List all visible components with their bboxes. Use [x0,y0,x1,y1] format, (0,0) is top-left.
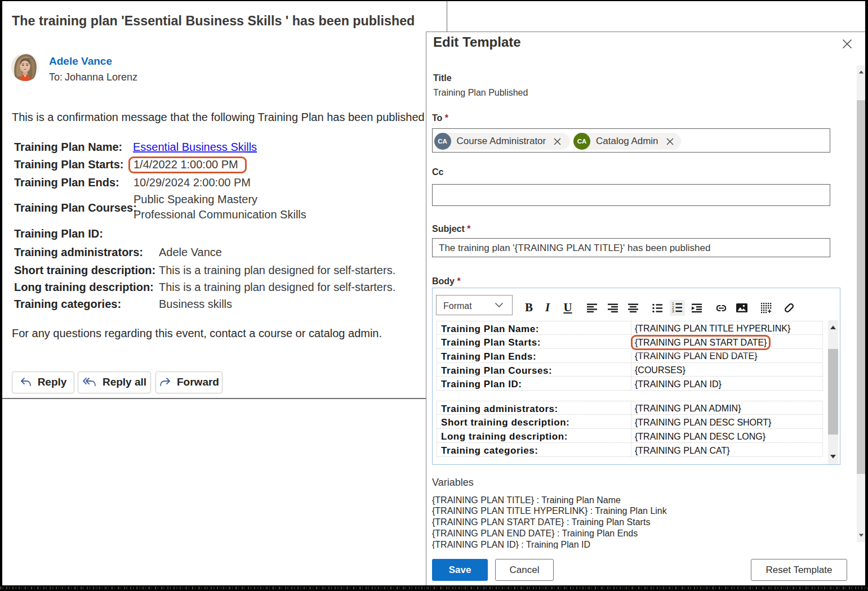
svg-text:3: 3 [672,309,674,313]
